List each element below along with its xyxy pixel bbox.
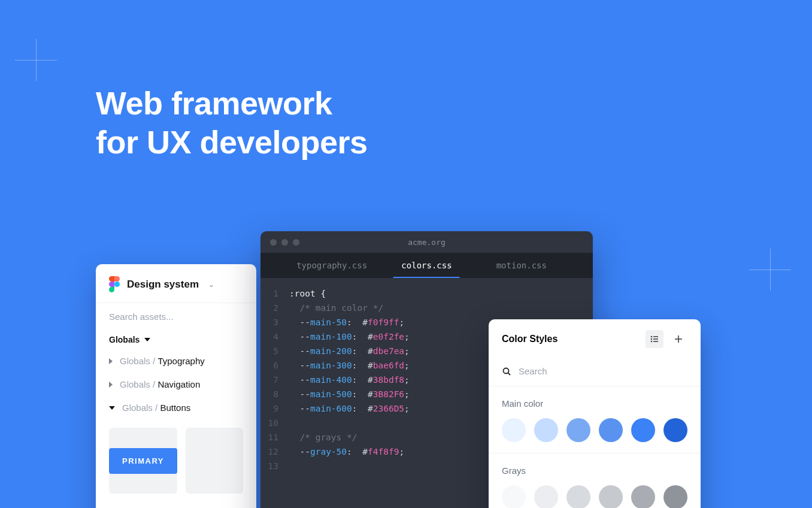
- plus-icon: [674, 334, 683, 344]
- svg-point-8: [504, 368, 509, 373]
- line-number: 6: [260, 358, 289, 373]
- asset-leaf: Navigation: [157, 379, 200, 389]
- hero-line-2: for UX developers: [96, 124, 368, 160]
- triangle-right-icon: [109, 358, 113, 364]
- asset-path: Globals /: [122, 403, 160, 413]
- hero-line-1: Web framework: [96, 85, 332, 121]
- color-swatch[interactable]: [599, 418, 623, 442]
- hero-heading: Web framework for UX developers: [96, 84, 368, 162]
- chevron-down-icon: ⌄: [208, 280, 214, 289]
- editor-titlebar: acme.org: [260, 231, 593, 253]
- asset-item-typography[interactable]: Globals / Typography: [96, 349, 256, 373]
- triangle-down-icon: [109, 406, 115, 410]
- line-number: 3: [260, 315, 289, 329]
- svg-point-4: [651, 341, 653, 343]
- svg-rect-5: [653, 341, 658, 342]
- color-group-title: Main color: [502, 398, 687, 409]
- component-cards: PRIMARY: [96, 419, 256, 502]
- color-group: Main color: [489, 386, 701, 453]
- color-swatch[interactable]: [566, 485, 590, 508]
- color-search-input[interactable]: Search: [489, 359, 701, 386]
- design-system-header[interactable]: Design system ⌄: [96, 264, 256, 303]
- section-label: Globals: [109, 335, 140, 344]
- line-number: 8: [260, 387, 289, 401]
- tab-typography[interactable]: typography.css: [284, 253, 379, 278]
- line-number: 5: [260, 344, 289, 358]
- color-swatch[interactable]: [663, 418, 687, 442]
- code-content: --gray-50: #f4f8f9;: [289, 444, 404, 459]
- component-card-secondary[interactable]: [186, 428, 243, 494]
- code-content: :root {: [289, 286, 326, 301]
- line-number: 10: [260, 416, 289, 430]
- color-swatch[interactable]: [502, 418, 526, 442]
- color-swatch[interactable]: [631, 485, 655, 508]
- asset-item-navigation[interactable]: Globals / Navigation: [96, 373, 256, 396]
- code-content: --main-500: #3B82F6;: [289, 387, 410, 401]
- asset-item-buttons[interactable]: Globals / Buttons: [96, 396, 256, 419]
- caret-down-icon: [144, 338, 150, 341]
- swatch-row: [502, 485, 687, 508]
- swatch-row: [502, 418, 687, 442]
- color-swatch[interactable]: [663, 485, 687, 508]
- svg-point-0: [651, 336, 653, 338]
- color-styles-title: Color Styles: [502, 334, 640, 344]
- design-system-title: Design system: [127, 279, 199, 291]
- color-swatch[interactable]: [631, 418, 655, 442]
- svg-point-2: [651, 338, 653, 340]
- tab-motion[interactable]: motion.css: [474, 253, 569, 278]
- figma-logo-icon: [109, 276, 120, 293]
- tab-colors[interactable]: colors.css: [379, 253, 474, 278]
- asset-leaf: Typography: [157, 356, 204, 366]
- color-swatch[interactable]: [534, 418, 558, 442]
- svg-rect-3: [653, 338, 658, 340]
- primary-button-preview: PRIMARY: [109, 448, 177, 474]
- color-group: Grays: [489, 453, 701, 508]
- code-content: --main-300: #bae6fd;: [289, 358, 410, 373]
- color-styles-header: Color Styles: [489, 319, 701, 359]
- code-content: --main-50: #f0f9ff;: [289, 315, 404, 329]
- color-swatch[interactable]: [566, 418, 590, 442]
- triangle-right-icon: [109, 382, 113, 388]
- globals-section-header[interactable]: Globals: [96, 326, 256, 349]
- editor-tabs: typography.css colors.css motion.css: [260, 253, 593, 278]
- code-line: 2 /* main color */: [260, 301, 593, 315]
- add-style-button[interactable]: [669, 330, 687, 348]
- asset-leaf: Buttons: [160, 403, 190, 413]
- search-placeholder: Search: [519, 366, 547, 376]
- svg-rect-1: [653, 336, 658, 337]
- color-swatch[interactable]: [599, 485, 623, 508]
- line-number: 11: [260, 430, 289, 444]
- code-content: /* grays */: [289, 430, 357, 444]
- color-styles-panel: Color Styles Search Main colorGrays: [489, 319, 701, 508]
- line-number: 9: [260, 401, 289, 416]
- svg-line-9: [508, 373, 511, 375]
- code-line: 1:root {: [260, 286, 593, 301]
- code-content: --main-200: #dbe7ea;: [289, 344, 410, 358]
- code-content: --main-400: #38bdf8;: [289, 373, 410, 387]
- line-number: 13: [260, 459, 289, 473]
- asset-path: Globals /: [120, 379, 157, 389]
- list-icon: [650, 334, 659, 344]
- svg-rect-7: [675, 338, 682, 340]
- color-group-title: Grays: [502, 465, 687, 476]
- search-assets-input[interactable]: Search assets...: [96, 303, 256, 326]
- design-system-panel: Design system ⌄ Search assets... Globals…: [96, 264, 256, 508]
- component-card-primary[interactable]: PRIMARY: [109, 428, 177, 494]
- asset-path: Globals /: [120, 356, 157, 366]
- line-number: 7: [260, 373, 289, 387]
- window-controls[interactable]: [270, 239, 299, 246]
- line-number: 1: [260, 286, 289, 301]
- color-swatch[interactable]: [502, 485, 526, 508]
- color-swatch[interactable]: [534, 485, 558, 508]
- line-number: 2: [260, 301, 289, 315]
- code-content: --main-600: #2366D5;: [289, 401, 410, 416]
- window-title: acme.org: [408, 238, 446, 247]
- search-icon: [502, 367, 511, 376]
- line-number: 4: [260, 329, 289, 344]
- line-number: 12: [260, 444, 289, 459]
- code-content: --main-100: #e0f2fe;: [289, 329, 410, 344]
- list-view-button[interactable]: [646, 330, 663, 348]
- code-content: /* main color */: [289, 301, 383, 315]
